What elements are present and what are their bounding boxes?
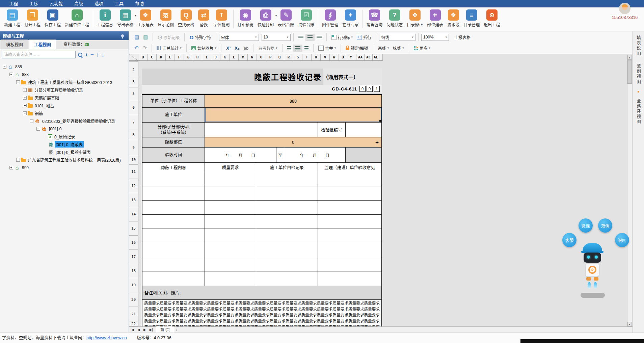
tab-template-view[interactable]: 模板视图 — [1, 39, 28, 49]
工程信息-button[interactable]: ℹ工程信息 — [95, 8, 115, 27]
last-page-icon[interactable]: ▶| — [148, 328, 155, 332]
empty-cell[interactable] — [318, 172, 381, 186]
销售咨询-button[interactable]: ☎销售咨询 — [364, 8, 384, 27]
row-header-15[interactable]: 15 — [129, 221, 138, 236]
导出表格-button[interactable]: ▦导出表格▾ — [115, 8, 135, 27]
row-header-3[interactable]: 3 — [129, 78, 138, 86]
column-header-O[interactable]: O — [257, 54, 266, 61]
line-style-select[interactable]: 细线▾ — [379, 34, 415, 41]
tree-item[interactable]: −建筑工程施工质量验收统一标准GB50300-2013 — [1, 78, 129, 86]
original-record-button[interactable]: ◷原始记录 — [156, 33, 182, 41]
content-header-cell[interactable]: 施工单位自检记录 — [256, 163, 318, 172]
tree-item[interactable]: 隐[001]-0_隐蔽表 — [1, 140, 129, 148]
form-title-band[interactable]: 隐蔽工程验收记录 （通用表式一） — [142, 69, 382, 85]
row-header-20[interactable]: 20 — [129, 292, 138, 307]
新建单位工程-button[interactable]: ⌂新建单位工程 — [63, 8, 91, 27]
empty-cell[interactable] — [256, 186, 318, 200]
column-header-I[interactable]: I — [202, 54, 211, 61]
vertical-tab-1[interactable]: 范例视图 — [635, 62, 642, 86]
collapse-icon[interactable]: − — [36, 127, 40, 131]
tree-item[interactable]: −⌂888 — [1, 71, 129, 78]
wrap-text-button[interactable]: ↵折行 — [355, 33, 373, 41]
valign-middle-button[interactable] — [305, 34, 315, 41]
tree-item[interactable]: −钢筋 — [1, 109, 129, 117]
first-page-icon[interactable]: |◀ — [129, 328, 136, 332]
tree-item-label[interactable]: 无筋扩展基础 — [34, 95, 60, 101]
hidden-part-label[interactable]: 隐蔽部位 — [142, 137, 205, 147]
empty-cell[interactable] — [142, 201, 205, 214]
date-from-cell[interactable]: 年 月 日 — [205, 148, 276, 162]
column-header-E[interactable]: E — [166, 54, 175, 61]
column-header-L[interactable]: L — [230, 54, 239, 61]
tree-item[interactable]: −检02010203_钢筋连接检验批质量验收记录 — [1, 117, 129, 125]
tree-item-label[interactable]: 02010203_钢筋连接检验批质量验收记录 — [41, 118, 116, 124]
expand-all-icon[interactable]: + — [85, 52, 88, 58]
date-extra-cell[interactable] — [346, 148, 381, 162]
add-row-button[interactable]: + — [375, 139, 381, 146]
move-up-icon[interactable]: ↑ — [96, 52, 99, 58]
column-header-AF[interactable] — [379, 54, 383, 61]
column-header-X[interactable]: X — [339, 54, 348, 61]
halign-right-button[interactable] — [302, 45, 311, 52]
merge-cells-button[interactable]: T合并▾ — [316, 44, 338, 52]
column-header-N[interactable]: N — [248, 54, 257, 61]
empty-cell[interactable] — [256, 243, 318, 257]
code-box[interactable]: 1 — [374, 86, 380, 92]
mascot-bubble-0[interactable]: 微课 — [579, 218, 593, 233]
menu-item-3[interactable]: 高级 — [69, 0, 89, 7]
tree-item-label[interactable]: [001]-0_报验申请表 — [55, 149, 92, 155]
empty-cell[interactable] — [142, 271, 205, 286]
empty-cell[interactable] — [205, 229, 256, 243]
row-header-9[interactable]: 9 — [129, 140, 138, 155]
tree-item-label[interactable]: 999 — [21, 165, 30, 170]
collapse-icon[interactable]: − — [9, 73, 13, 76]
empty-cell[interactable] — [205, 201, 256, 214]
empty-cell[interactable] — [256, 215, 318, 229]
menu-item-5[interactable]: 工具 — [109, 0, 129, 7]
字体批刷-button[interactable]: T字体批刷 — [211, 8, 232, 27]
font-select[interactable]: 宋体▾ — [219, 34, 259, 41]
empty-cell[interactable] — [318, 201, 381, 214]
code-box[interactable]: 0 — [367, 86, 373, 92]
empty-cell[interactable] — [318, 271, 381, 286]
code-box[interactable]: 0 — [359, 86, 366, 92]
empty-cell[interactable] — [205, 215, 256, 229]
column-header-C[interactable]: C — [147, 54, 157, 61]
row-header-13[interactable]: 13 — [129, 193, 138, 207]
expand-icon[interactable]: + — [16, 158, 20, 162]
valign-top-button[interactable] — [296, 34, 305, 41]
tree-item-label[interactable]: [001]-0 — [48, 126, 62, 132]
empty-cell[interactable] — [318, 215, 381, 229]
column-header-S[interactable]: S — [293, 54, 302, 61]
column-header-W[interactable]: W — [330, 54, 339, 61]
subscript-button[interactable]: X₂ — [233, 45, 241, 52]
row-header-21[interactable]: 21 — [129, 307, 138, 321]
unit-name-label[interactable]: 单位（子单位）工程名称 — [142, 95, 205, 107]
halign-left-button[interactable] — [285, 45, 293, 52]
empty-cell[interactable] — [256, 257, 318, 271]
empty-cell[interactable] — [256, 271, 318, 286]
保存工程-button[interactable]: ▣保存工程 — [43, 8, 63, 27]
search-input[interactable] — [2, 51, 76, 58]
column-header-B[interactable]: B — [138, 54, 147, 61]
column-header-AE[interactable]: AE — [373, 54, 379, 61]
tree-item[interactable]: +⌂999 — [1, 164, 129, 172]
date-to-cell[interactable]: 年 月 日 — [284, 148, 346, 162]
empty-cell[interactable] — [318, 186, 381, 200]
tree-item-label[interactable]: 888 — [21, 72, 30, 77]
column-header-H[interactable]: H — [193, 54, 202, 61]
工序建表-button[interactable]: ❖工序建表 — [135, 8, 156, 27]
collapse-icon[interactable]: − — [23, 111, 27, 115]
collapse-icon[interactable]: − — [3, 65, 6, 69]
row-header-10[interactable]: 10 — [129, 155, 138, 165]
empty-cell[interactable] — [205, 186, 256, 200]
row-header-5[interactable]: 5 — [129, 87, 138, 100]
superscript-button[interactable]: X² — [224, 45, 233, 52]
column-header-G[interactable]: G — [184, 54, 193, 61]
special-char-button[interactable]: Ω特殊字符 — [187, 33, 213, 41]
查找表格-button[interactable]: Q查找表格 — [176, 8, 196, 27]
tree-item[interactable]: −检[001]-0 — [1, 125, 129, 133]
lock-unlock-button[interactable]: 锁定/解锁 — [344, 44, 370, 52]
erase-line-button[interactable]: 抹线▾ — [391, 44, 406, 52]
row-header-2[interactable]: 2 — [129, 62, 138, 78]
